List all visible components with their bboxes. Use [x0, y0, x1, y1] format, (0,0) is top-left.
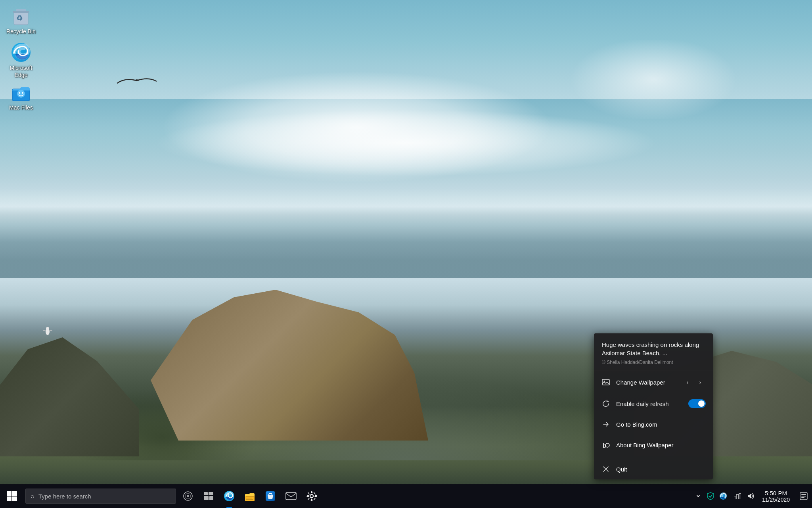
- svg-rect-32: [736, 495, 739, 499]
- edge-taskbar-icon: [224, 491, 235, 502]
- rocks-left: [0, 337, 139, 456]
- edge-label: Microsoft Edge: [6, 64, 36, 79]
- refresh-icon: [601, 399, 611, 408]
- search-placeholder-text: Type here to search: [38, 493, 91, 500]
- menu-change-wallpaper[interactable]: Change Wallpaper ‹ ›: [594, 371, 713, 393]
- menu-header-title: Huge waves crashing on rocks along Asilo…: [602, 341, 705, 357]
- svg-rect-19: [209, 492, 213, 495]
- start-button[interactable]: [0, 484, 24, 508]
- bing-logo-icon: b: [601, 440, 611, 450]
- settings-taskbar-button[interactable]: [301, 484, 322, 508]
- svg-rect-36: [801, 494, 806, 495]
- clouds-right: [534, 40, 772, 119]
- windows-security-tray-icon[interactable]: [704, 484, 717, 508]
- svg-point-9: [19, 92, 20, 94]
- wallpaper-arrows: ‹ ›: [682, 377, 706, 388]
- clock-date: 11/25/2020: [762, 496, 790, 503]
- svg-rect-21: [209, 496, 213, 500]
- svg-point-30: [310, 495, 313, 498]
- change-wallpaper-label: Change Wallpaper: [616, 379, 682, 386]
- recycle-bin-label: Recycle Bin: [6, 28, 36, 35]
- cortana-icon: [183, 491, 193, 501]
- svg-rect-38: [801, 497, 804, 498]
- menu-quit[interactable]: Quit: [594, 459, 713, 479]
- quit-label: Quit: [616, 466, 706, 473]
- search-bar[interactable]: ⌕ Type here to search: [25, 489, 176, 504]
- menu-go-to-bing[interactable]: Go to Bing.com: [594, 414, 713, 435]
- svg-rect-37: [801, 496, 806, 496]
- quit-icon: [601, 464, 611, 474]
- explorer-taskbar-icon: [244, 491, 255, 501]
- settings-taskbar-icon: [306, 491, 317, 501]
- notification-icon: [800, 492, 808, 500]
- svg-point-8: [17, 90, 25, 98]
- svg-rect-20: [204, 496, 209, 500]
- mac-files-label: Mac Files: [9, 104, 33, 111]
- edge-small-icon: [719, 492, 727, 500]
- notification-center-button[interactable]: [795, 484, 812, 508]
- seagull-rock: [43, 326, 52, 337]
- volume-tray-icon[interactable]: [744, 484, 756, 508]
- wallpaper-next-button[interactable]: ›: [695, 377, 706, 388]
- network-icon: [734, 493, 741, 499]
- menu-divider: [594, 457, 713, 457]
- svg-point-10: [22, 92, 23, 94]
- taskbar: ⌕ Type here to search: [0, 484, 812, 508]
- network-tray-icon[interactable]: [731, 484, 744, 508]
- svg-rect-11: [602, 379, 609, 385]
- enable-refresh-label: Enable daily refresh: [616, 400, 688, 407]
- svg-rect-25: [246, 498, 252, 498]
- shield-icon: [707, 492, 714, 500]
- svg-point-1: [46, 327, 49, 330]
- bird-silhouette: [113, 73, 161, 89]
- about-bing-label: About Bing Wallpaper: [616, 442, 706, 448]
- svg-rect-26: [246, 499, 253, 500]
- svg-rect-3: [16, 9, 26, 12]
- svg-text:b: b: [603, 442, 606, 449]
- daily-refresh-toggle[interactable]: [688, 399, 706, 408]
- edge-taskbar-button[interactable]: [219, 484, 239, 508]
- go-to-bing-label: Go to Bing.com: [616, 421, 706, 428]
- menu-about-bing[interactable]: b About Bing Wallpaper: [594, 435, 713, 455]
- microsoft-edge-icon[interactable]: Microsoft Edge: [3, 40, 39, 81]
- wallpaper-prev-button[interactable]: ‹: [682, 377, 693, 388]
- tray-overflow-button[interactable]: [694, 484, 703, 508]
- mail-taskbar-button[interactable]: [281, 484, 301, 508]
- windows-logo: [7, 491, 17, 501]
- cortana-button[interactable]: [178, 484, 198, 508]
- change-wallpaper-icon: [601, 377, 611, 387]
- recycle-bin-icon[interactable]: ♻ Recycle Bin: [3, 3, 39, 37]
- svg-rect-34: [739, 493, 741, 499]
- taskview-icon: [204, 492, 213, 500]
- svg-rect-28: [286, 493, 296, 500]
- system-tray: [703, 484, 731, 508]
- tray-chevron-icon: [696, 494, 701, 498]
- svg-rect-18: [204, 492, 208, 495]
- taskbar-right: 5:50 PM 11/25/2020: [694, 484, 812, 508]
- taskview-button[interactable]: [198, 484, 219, 508]
- svg-rect-4: [13, 11, 29, 13]
- mail-taskbar-icon: [285, 491, 297, 501]
- explorer-taskbar-button[interactable]: [239, 484, 260, 508]
- store-taskbar-icon: [265, 491, 276, 501]
- recycle-bin-image: ♻: [11, 6, 31, 26]
- search-icon: ⌕: [31, 493, 34, 500]
- go-to-bing-icon: [601, 419, 611, 429]
- svg-rect-24: [246, 496, 254, 497]
- svg-text:♻: ♻: [16, 14, 23, 22]
- clock[interactable]: 5:50 PM 11/25/2020: [756, 484, 795, 508]
- clock-time: 5:50 PM: [765, 490, 787, 496]
- menu-enable-refresh[interactable]: Enable daily refresh: [594, 393, 713, 414]
- edge-image: [11, 42, 31, 63]
- store-taskbar-button[interactable]: [260, 484, 281, 508]
- context-menu: Huge waves crashing on rocks along Asilo…: [594, 333, 713, 479]
- menu-header: Huge waves crashing on rocks along Asilo…: [594, 333, 713, 371]
- menu-header-credit: © Sheila Haddad/Danita Delimont: [602, 360, 705, 365]
- volume-icon: [746, 493, 754, 500]
- rocks-main: [151, 290, 428, 441]
- svg-rect-33: [734, 496, 736, 499]
- mac-files-image: [11, 82, 31, 102]
- mac-files-icon[interactable]: Mac Files: [3, 79, 39, 114]
- svg-point-17: [187, 495, 189, 497]
- bing-wallpaper-tray-icon[interactable]: [717, 484, 730, 508]
